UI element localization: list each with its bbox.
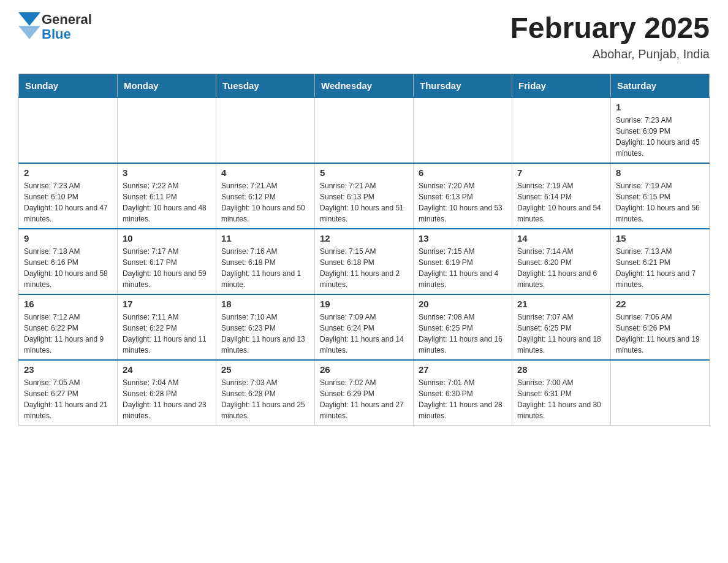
calendar-cell: 12Sunrise: 7:15 AMSunset: 6:18 PMDayligh… (315, 229, 414, 294)
day-number: 16 (24, 299, 112, 309)
day-number: 12 (320, 233, 408, 243)
calendar-cell: 2Sunrise: 7:23 AMSunset: 6:10 PMDaylight… (19, 163, 118, 229)
day-number: 18 (221, 299, 309, 309)
day-info: Sunrise: 7:18 AMSunset: 6:16 PMDaylight:… (24, 246, 112, 290)
day-info: Sunrise: 7:07 AMSunset: 6:25 PMDaylight:… (517, 312, 605, 356)
weekday-header-sunday: Sunday (19, 74, 118, 98)
day-info: Sunrise: 7:02 AMSunset: 6:29 PMDaylight:… (320, 377, 408, 421)
calendar-cell: 22Sunrise: 7:06 AMSunset: 6:26 PMDayligh… (611, 294, 710, 360)
day-info: Sunrise: 7:03 AMSunset: 6:28 PMDaylight:… (221, 377, 309, 421)
day-number: 13 (419, 233, 507, 243)
week-row-4: 16Sunrise: 7:12 AMSunset: 6:22 PMDayligh… (19, 294, 710, 360)
calendar-cell: 14Sunrise: 7:14 AMSunset: 6:20 PMDayligh… (512, 229, 611, 294)
logo-blue: Blue (42, 27, 92, 42)
calendar-cell: 25Sunrise: 7:03 AMSunset: 6:28 PMDayligh… (216, 360, 315, 426)
day-number: 27 (419, 364, 507, 375)
calendar-cell: 24Sunrise: 7:04 AMSunset: 6:28 PMDayligh… (118, 360, 216, 426)
day-info: Sunrise: 7:21 AMSunset: 6:12 PMDaylight:… (221, 180, 309, 224)
week-row-1: 1Sunrise: 7:23 AMSunset: 6:09 PMDaylight… (19, 98, 710, 163)
day-number: 17 (123, 299, 211, 309)
day-info: Sunrise: 7:06 AMSunset: 6:26 PMDaylight:… (616, 312, 704, 356)
calendar-cell: 7Sunrise: 7:19 AMSunset: 6:14 PMDaylight… (512, 163, 611, 229)
calendar-cell: 11Sunrise: 7:16 AMSunset: 6:18 PMDayligh… (216, 229, 315, 294)
day-number: 15 (616, 233, 704, 243)
calendar-cell (315, 98, 414, 163)
calendar-cell: 8Sunrise: 7:19 AMSunset: 6:15 PMDaylight… (611, 163, 710, 229)
day-number: 6 (419, 167, 507, 178)
logo: General Blue (18, 12, 92, 42)
calendar-cell: 4Sunrise: 7:21 AMSunset: 6:12 PMDaylight… (216, 163, 315, 229)
day-number: 22 (616, 299, 704, 309)
calendar-cell: 13Sunrise: 7:15 AMSunset: 6:19 PMDayligh… (414, 229, 512, 294)
day-info: Sunrise: 7:09 AMSunset: 6:24 PMDaylight:… (320, 312, 408, 356)
day-info: Sunrise: 7:05 AMSunset: 6:27 PMDaylight:… (24, 377, 112, 421)
day-info: Sunrise: 7:04 AMSunset: 6:28 PMDaylight:… (123, 377, 211, 421)
day-number: 10 (123, 233, 211, 243)
weekday-header-friday: Friday (512, 74, 611, 98)
weekday-header-saturday: Saturday (611, 74, 710, 98)
logo-general: General (42, 12, 92, 27)
day-info: Sunrise: 7:21 AMSunset: 6:13 PMDaylight:… (320, 180, 408, 224)
day-number: 3 (123, 167, 211, 178)
calendar-cell (19, 98, 118, 163)
day-info: Sunrise: 7:13 AMSunset: 6:21 PMDaylight:… (616, 246, 704, 290)
day-number: 14 (517, 233, 605, 243)
day-number: 20 (419, 299, 507, 309)
day-info: Sunrise: 7:22 AMSunset: 6:11 PMDaylight:… (123, 180, 211, 224)
day-number: 23 (24, 364, 112, 375)
day-number: 24 (123, 364, 211, 375)
calendar-cell: 19Sunrise: 7:09 AMSunset: 6:24 PMDayligh… (315, 294, 414, 360)
calendar-cell: 10Sunrise: 7:17 AMSunset: 6:17 PMDayligh… (118, 229, 216, 294)
day-info: Sunrise: 7:23 AMSunset: 6:09 PMDaylight:… (616, 115, 704, 159)
calendar-cell (414, 98, 512, 163)
day-info: Sunrise: 7:17 AMSunset: 6:17 PMDaylight:… (123, 246, 211, 290)
week-row-5: 23Sunrise: 7:05 AMSunset: 6:27 PMDayligh… (19, 360, 710, 426)
calendar-cell: 16Sunrise: 7:12 AMSunset: 6:22 PMDayligh… (19, 294, 118, 360)
day-info: Sunrise: 7:19 AMSunset: 6:15 PMDaylight:… (616, 180, 704, 224)
day-info: Sunrise: 7:16 AMSunset: 6:18 PMDaylight:… (221, 246, 309, 290)
calendar-cell: 20Sunrise: 7:08 AMSunset: 6:25 PMDayligh… (414, 294, 512, 360)
calendar-cell: 3Sunrise: 7:22 AMSunset: 6:11 PMDaylight… (118, 163, 216, 229)
calendar-cell: 21Sunrise: 7:07 AMSunset: 6:25 PMDayligh… (512, 294, 611, 360)
day-number: 9 (24, 233, 112, 243)
calendar-cell: 9Sunrise: 7:18 AMSunset: 6:16 PMDaylight… (19, 229, 118, 294)
calendar-cell (611, 360, 710, 426)
weekday-header-tuesday: Tuesday (216, 74, 315, 98)
day-info: Sunrise: 7:23 AMSunset: 6:10 PMDaylight:… (24, 180, 112, 224)
day-info: Sunrise: 7:01 AMSunset: 6:30 PMDaylight:… (419, 377, 507, 421)
day-info: Sunrise: 7:20 AMSunset: 6:13 PMDaylight:… (419, 180, 507, 224)
calendar-cell: 1Sunrise: 7:23 AMSunset: 6:09 PMDaylight… (611, 98, 710, 163)
day-info: Sunrise: 7:19 AMSunset: 6:14 PMDaylight:… (517, 180, 605, 224)
calendar-cell (118, 98, 216, 163)
day-number: 25 (221, 364, 309, 375)
day-number: 11 (221, 233, 309, 243)
day-number: 2 (24, 167, 112, 178)
week-row-3: 9Sunrise: 7:18 AMSunset: 6:16 PMDaylight… (19, 229, 710, 294)
page-header: General Blue February 2025 Abohar, Punja… (18, 12, 710, 61)
location: Abohar, Punjab, India (510, 47, 710, 61)
day-number: 7 (517, 167, 605, 178)
weekday-header-row: SundayMondayTuesdayWednesdayThursdayFrid… (19, 74, 710, 98)
day-info: Sunrise: 7:10 AMSunset: 6:23 PMDaylight:… (221, 312, 309, 356)
weekday-header-thursday: Thursday (414, 74, 512, 98)
day-number: 28 (517, 364, 605, 375)
calendar-cell (512, 98, 611, 163)
day-number: 26 (320, 364, 408, 375)
day-info: Sunrise: 7:15 AMSunset: 6:19 PMDaylight:… (419, 246, 507, 290)
week-row-2: 2Sunrise: 7:23 AMSunset: 6:10 PMDaylight… (19, 163, 710, 229)
day-info: Sunrise: 7:12 AMSunset: 6:22 PMDaylight:… (24, 312, 112, 356)
day-info: Sunrise: 7:08 AMSunset: 6:25 PMDaylight:… (419, 312, 507, 356)
svg-marker-1 (18, 26, 40, 39)
logo-icon (18, 12, 40, 42)
day-number: 21 (517, 299, 605, 309)
month-title: February 2025 (510, 12, 710, 45)
calendar-cell: 15Sunrise: 7:13 AMSunset: 6:21 PMDayligh… (611, 229, 710, 294)
calendar-cell: 6Sunrise: 7:20 AMSunset: 6:13 PMDaylight… (414, 163, 512, 229)
day-number: 1 (616, 102, 704, 112)
calendar-cell: 26Sunrise: 7:02 AMSunset: 6:29 PMDayligh… (315, 360, 414, 426)
calendar-cell: 28Sunrise: 7:00 AMSunset: 6:31 PMDayligh… (512, 360, 611, 426)
calendar-cell: 18Sunrise: 7:10 AMSunset: 6:23 PMDayligh… (216, 294, 315, 360)
weekday-header-monday: Monday (118, 74, 216, 98)
day-number: 4 (221, 167, 309, 178)
day-info: Sunrise: 7:00 AMSunset: 6:31 PMDaylight:… (517, 377, 605, 421)
